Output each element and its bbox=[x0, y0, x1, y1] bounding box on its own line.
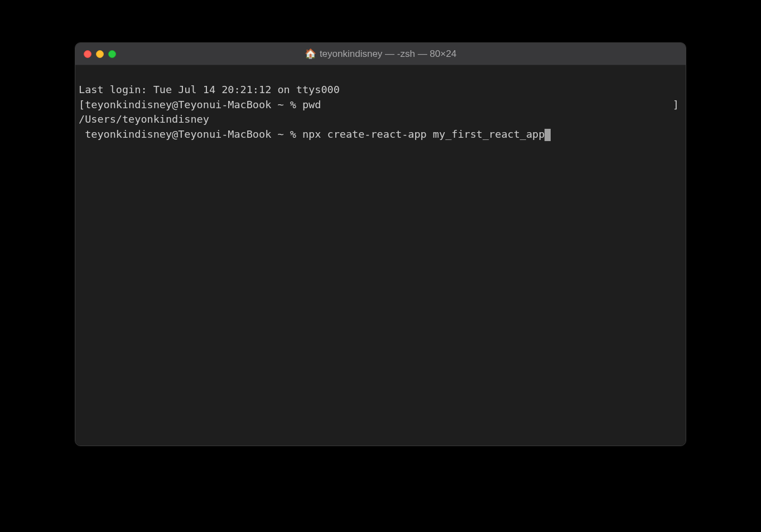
maximize-button[interactable] bbox=[108, 50, 116, 58]
traffic-lights bbox=[84, 50, 116, 58]
terminal-window: 🏠 teyonkindisney — -zsh — 80×24 Last log… bbox=[75, 42, 686, 446]
terminal-body[interactable]: Last login: Tue Jul 14 20:21:12 on ttys0… bbox=[75, 65, 686, 446]
terminal-line: /Users/teyonkindisney bbox=[79, 112, 682, 127]
home-icon: 🏠 bbox=[305, 48, 316, 60]
minimize-button[interactable] bbox=[96, 50, 104, 58]
terminal-line: teyonkindisney@Teyonui-MacBook ~ % npx c… bbox=[79, 127, 682, 142]
cursor bbox=[545, 129, 551, 141]
window-title: 🏠 teyonkindisney — -zsh — 80×24 bbox=[75, 48, 686, 60]
title-text: teyonkindisney — -zsh — 80×24 bbox=[320, 49, 456, 60]
terminal-line: Last login: Tue Jul 14 20:21:12 on ttys0… bbox=[79, 83, 682, 98]
close-button[interactable] bbox=[84, 50, 91, 58]
terminal-line: [teyonkindisney@Teyonui-MacBook ~ % pwd] bbox=[79, 98, 682, 113]
prompt-close-bracket: ] bbox=[673, 98, 679, 113]
titlebar[interactable]: 🏠 teyonkindisney — -zsh — 80×24 bbox=[75, 43, 686, 65]
